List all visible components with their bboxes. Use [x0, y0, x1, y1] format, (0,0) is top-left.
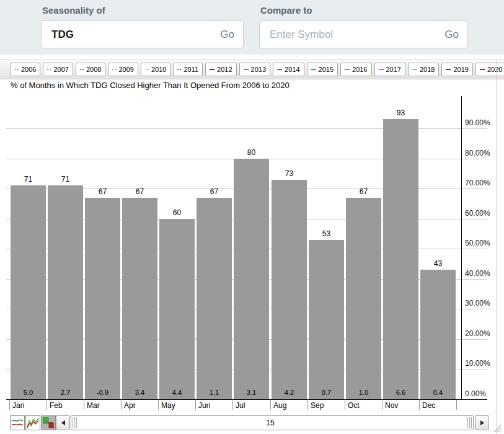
month-tick — [307, 400, 308, 410]
right-triangle-icon — [480, 420, 484, 425]
bar-Dec — [420, 270, 456, 399]
legend-year-2007[interactable]: 2007 — [43, 63, 73, 76]
bar-bottom-value: 0.7 — [309, 389, 344, 396]
seasonality-app: Seasonality of Go Compare to Go 20062007… — [0, 0, 504, 434]
bar-bottom-value: 4.4 — [159, 389, 195, 396]
thumb-right-grip[interactable] — [467, 417, 468, 428]
legend-year-2012[interactable]: 2012 — [205, 63, 236, 76]
bar-Apr — [122, 198, 157, 399]
month-label-Jul: Jul — [236, 401, 245, 410]
year-label: 2009 — [118, 66, 133, 73]
legend-year-2017[interactable]: 2017 — [374, 63, 405, 76]
scrollbar-track[interactable]: 15 — [71, 415, 474, 430]
year-label: 2012 — [217, 66, 232, 73]
legend-year-2006[interactable]: 2006 — [11, 63, 40, 76]
year-label: 2007 — [53, 66, 68, 73]
bar-bottom-value: 5.0 — [11, 389, 46, 396]
seasonality-symbol-input[interactable] — [50, 28, 220, 42]
legend-year-2014[interactable]: 2014 — [273, 63, 304, 76]
legend-year-2009[interactable]: 2009 — [108, 63, 138, 76]
month-label-Apr: Apr — [124, 401, 136, 410]
seasonality-input-box: Go — [41, 20, 244, 48]
year-marker-icon — [345, 69, 350, 70]
year-label: 2019 — [453, 66, 468, 73]
month-tick — [382, 400, 382, 410]
year-label: 2015 — [319, 66, 334, 73]
month-tick — [158, 400, 159, 410]
month-tick — [232, 400, 233, 410]
gridline-20.00% — [6, 339, 487, 340]
gridline-50.00% — [6, 249, 487, 249]
month-tick — [46, 400, 47, 410]
thumb-left-grip[interactable] — [73, 417, 73, 428]
header: Seasonality of Go Compare to Go — [0, 0, 504, 55]
month-tick — [345, 400, 345, 410]
legend-year-2015[interactable]: 2015 — [307, 63, 338, 76]
bar-value-label: 80 — [234, 148, 269, 157]
bar-Jan — [11, 185, 46, 399]
year-marker-icon — [244, 69, 249, 70]
year-marker-icon — [15, 69, 19, 70]
compare-input-box: Go — [259, 20, 468, 48]
year-marker-icon — [446, 69, 451, 70]
month-label-Mar: Mar — [87, 401, 100, 410]
bar-Jun — [197, 198, 232, 399]
gridline-80.00% — [6, 159, 487, 159]
mountain-chart-button[interactable] — [25, 415, 40, 430]
year-label: 2016 — [352, 66, 367, 73]
bar-bottom-value: 6.6 — [383, 389, 418, 396]
bar-bottom-value: 2.7 — [48, 389, 83, 396]
bar-chart-icon — [42, 416, 55, 430]
y-tick-label: 60.00% — [465, 209, 490, 218]
legend-year-2013[interactable]: 2013 — [239, 63, 270, 76]
bar-Jul — [234, 159, 269, 399]
bar-May — [159, 219, 195, 399]
month-label-Jun: Jun — [198, 401, 210, 410]
legend-bar: 2006200720082009201020112012201320142015… — [0, 60, 504, 79]
year-marker-icon — [47, 69, 51, 70]
legend-year-2018[interactable]: 2018 — [408, 63, 439, 76]
y-axis-line — [461, 96, 462, 400]
scrollbar-thumb[interactable]: 15 — [71, 416, 473, 430]
legend-year-2020[interactable]: 2020 — [475, 63, 504, 76]
compare-symbol-input[interactable] — [268, 28, 444, 42]
year-label: 2011 — [183, 66, 198, 73]
month-tick — [84, 400, 84, 410]
year-marker-icon — [277, 69, 282, 70]
y-tick-label: 20.00% — [465, 329, 490, 338]
year-marker-icon — [112, 69, 116, 70]
bar-value-label: 71 — [48, 175, 83, 184]
scrollbar-left-arrow[interactable] — [56, 415, 70, 430]
legend-year-2016[interactable]: 2016 — [340, 63, 371, 76]
y-tick-label: 40.00% — [465, 269, 490, 278]
bar-Aug — [272, 180, 307, 399]
year-marker-icon — [177, 69, 181, 70]
scrollbar-right-arrow[interactable] — [475, 415, 489, 430]
bar-value-label: 67 — [85, 187, 120, 196]
gridline-60.00% — [6, 219, 487, 219]
legend-year-2019[interactable]: 2019 — [441, 63, 472, 76]
line-chart-button[interactable] — [10, 415, 25, 430]
left-triangle-icon — [61, 420, 65, 425]
month-label-Jan: Jan — [12, 401, 24, 410]
bar-bottom-value: 0.4 — [420, 389, 456, 396]
legend-year-2008[interactable]: 2008 — [76, 63, 105, 76]
legend-year-2010[interactable]: 2010 — [141, 63, 170, 76]
year-label: 2010 — [151, 66, 166, 73]
bar-Oct — [346, 198, 381, 399]
legend-year-2011[interactable]: 2011 — [173, 63, 203, 76]
resize-handle-icon[interactable] — [493, 424, 502, 434]
bar-chart-button[interactable] — [41, 415, 56, 430]
legend-row: 2006200720082009201020112012201320142015… — [11, 63, 504, 76]
y-tick-label: 0.00% — [465, 389, 486, 398]
year-marker-icon — [379, 69, 384, 70]
gridline-10.00% — [6, 369, 487, 370]
y-tick-label: 30.00% — [465, 299, 490, 308]
bar-value-label: 67 — [197, 187, 232, 196]
bar-bottom-value: -0.9 — [85, 389, 120, 396]
month-tick — [9, 400, 10, 410]
compare-go-button[interactable]: Go — [444, 29, 459, 41]
seasonality-go-button[interactable]: Go — [220, 29, 234, 41]
bar-Sep — [309, 240, 344, 399]
year-marker-icon — [80, 69, 84, 70]
